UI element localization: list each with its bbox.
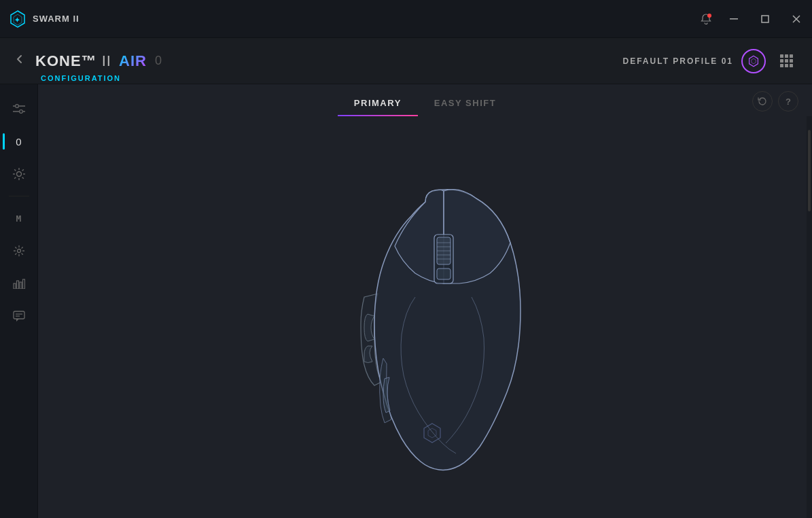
svg-point-3 [707, 14, 711, 18]
minimize-button[interactable] [718, 0, 749, 38]
mouse-body [374, 189, 520, 470]
svg-line-21 [22, 169, 23, 171]
macro-icon: M [16, 213, 22, 224]
title-bar: ✦ SWARM II [0, 0, 812, 38]
scrollbar-thumb[interactable] [808, 130, 811, 211]
svg-marker-8 [749, 56, 758, 66]
device-model: II [102, 52, 111, 69]
sidebar-separator-1 [9, 196, 29, 196]
app-name-label: SWARM II [33, 14, 80, 24]
config-label-container: CONFIGURATION [41, 71, 121, 84]
maximize-button[interactable] [749, 0, 781, 38]
device-name: KONE™ II AIR [35, 52, 147, 70]
content-area: PRIMARY EASY SHIFT ? [38, 84, 812, 518]
header-right: DEFAULT PROFILE 01 [623, 49, 798, 73]
svg-line-20 [22, 177, 23, 179]
svg-point-12 [15, 105, 18, 108]
profile-name-label: DEFAULT PROFILE 01 [623, 56, 733, 66]
tab-easy-shift-label: EASY SHIFT [434, 98, 496, 108]
svg-rect-5 [762, 16, 769, 22]
device-line: AIR [119, 52, 147, 69]
svg-rect-39 [437, 269, 451, 279]
svg-marker-9 [752, 58, 756, 64]
mouse-illustration [296, 161, 554, 474]
sidebar-item-dpi[interactable]: 0 [5, 128, 33, 155]
tabs-bar: PRIMARY EASY SHIFT ? [38, 84, 812, 116]
help-icon: ? [785, 97, 791, 107]
main-layout: 0 M [0, 84, 812, 518]
svg-rect-26 [20, 282, 22, 289]
svg-rect-4 [730, 18, 738, 20]
sidebar-item-settings[interactable] [5, 237, 33, 264]
svg-rect-25 [16, 281, 18, 289]
svg-text:✦: ✦ [14, 16, 20, 24]
back-button[interactable] [14, 53, 26, 69]
svg-rect-28 [14, 311, 24, 319]
svg-line-19 [14, 169, 16, 171]
dpi-icon: 0 [16, 136, 21, 148]
tab-easy-shift[interactable]: EASY SHIFT [418, 92, 512, 116]
tabs-actions: ? [752, 91, 798, 111]
sidebar-item-equalizer[interactable] [5, 270, 33, 297]
header: KONE™ II AIR 0 CONFIGURATION DEFAULT PRO… [0, 38, 812, 84]
svg-point-13 [19, 110, 22, 114]
profile-icon-button[interactable] [741, 49, 766, 73]
help-button[interactable]: ? [778, 91, 798, 111]
svg-point-14 [16, 172, 21, 177]
device-brand: KONE™ [35, 52, 97, 69]
window-controls [694, 0, 812, 38]
svg-rect-27 [22, 279, 24, 289]
svg-point-23 [17, 249, 20, 253]
device-id: 0 [155, 54, 162, 68]
tab-primary-label: PRIMARY [354, 98, 402, 108]
reset-button[interactable] [752, 91, 773, 111]
logo-icon: ✦ [8, 10, 27, 29]
sidebar: 0 M [0, 84, 38, 518]
svg-line-22 [14, 177, 16, 179]
svg-rect-24 [14, 283, 16, 289]
grid-icon [780, 54, 793, 67]
mouse-canvas [38, 116, 812, 518]
sidebar-item-chat[interactable] [5, 303, 33, 330]
notification-icon[interactable] [694, 0, 718, 38]
tabs-container: PRIMARY EASY SHIFT [338, 92, 512, 116]
tab-primary[interactable]: PRIMARY [338, 92, 418, 116]
grid-view-button[interactable] [774, 49, 798, 73]
sidebar-item-sliders[interactable] [5, 95, 33, 122]
sidebar-item-lighting[interactable] [5, 160, 33, 188]
close-button[interactable] [781, 0, 812, 38]
app-logo: ✦ SWARM II [8, 10, 80, 29]
scrollbar-track[interactable] [807, 116, 812, 518]
sidebar-item-macro[interactable]: M [5, 205, 33, 232]
